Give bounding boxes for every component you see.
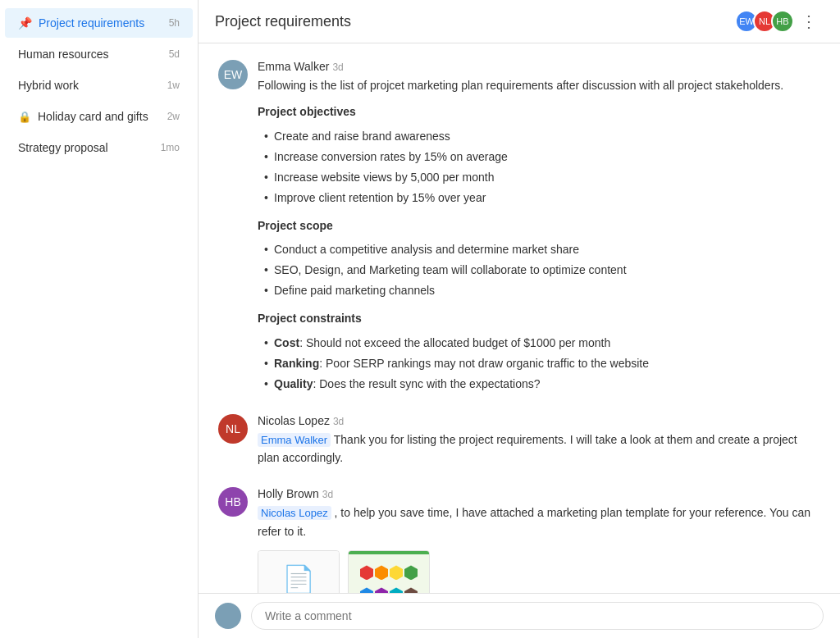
list-item: Improve client retention by 15% over yea… bbox=[264, 188, 820, 208]
sidebar-item-holiday-card[interactable]: 🔒 Holiday card and gifts 2w bbox=[5, 102, 193, 131]
sidebar-item-time: 2w bbox=[167, 111, 180, 122]
avatar-3: HB bbox=[771, 10, 794, 33]
message-time: 3d bbox=[333, 416, 344, 427]
message-text: Emma Walker Thank you for listing the pr… bbox=[258, 431, 820, 467]
hex-1 bbox=[375, 565, 388, 580]
more-options-button[interactable]: ⋮ bbox=[794, 10, 824, 33]
page-title: Project requirements bbox=[215, 13, 740, 30]
message-author: Holly Brown bbox=[258, 487, 319, 500]
header-avatars: EW NL HB bbox=[740, 10, 794, 33]
attachments-row: 📄 Marketing-plan-... Proof this file 2h … bbox=[258, 550, 820, 593]
hex-2 bbox=[390, 565, 403, 580]
hex-5 bbox=[375, 587, 388, 593]
sidebar-item-strategy-proposal[interactable]: Strategy proposal 1mo bbox=[5, 133, 193, 162]
message-avatar: HB bbox=[218, 487, 248, 517]
message-avatar: EW bbox=[218, 60, 248, 89]
sidebar-item-label: Project requirements bbox=[39, 16, 162, 30]
hex-3 bbox=[404, 565, 418, 580]
hex-6 bbox=[390, 587, 403, 593]
comment-bar bbox=[199, 593, 840, 638]
hex-diagram bbox=[356, 559, 422, 593]
list-item: SEO, Design, and Marketing team will col… bbox=[264, 260, 820, 280]
message-paragraph: Nicolas Lopez , to help you save time, I… bbox=[258, 504, 820, 540]
attachment-preview-img: ✓ Proof bbox=[349, 554, 429, 593]
message-msg-3: HB Holly Brown 3d Nicolas Lopez , to hel… bbox=[218, 487, 820, 593]
section-heading: Project constraints bbox=[258, 309, 820, 327]
pdf-icon: 📄 bbox=[282, 558, 315, 593]
messages-content: EW Emma Walker 3d Following is the list … bbox=[199, 43, 840, 593]
sidebar-item-label: Strategy proposal bbox=[18, 141, 154, 154]
section-heading: Project scope bbox=[258, 216, 820, 235]
bullet-list: Create and raise brand awarenessIncrease… bbox=[258, 126, 820, 208]
list-item: Quality: Does the result sync with the e… bbox=[264, 374, 820, 394]
section-heading: Project objectives bbox=[258, 103, 820, 121]
hex-0 bbox=[360, 565, 373, 580]
message-body: Holly Brown 3d Nicolas Lopez , to help y… bbox=[258, 487, 820, 593]
bullet-list: Conduct a competitive analysis and deter… bbox=[258, 239, 820, 301]
message-paragraph: Emma Walker Thank you for listing the pr… bbox=[258, 431, 820, 467]
current-user-avatar bbox=[215, 603, 241, 629]
sidebar-item-label: Holiday card and gifts bbox=[38, 110, 161, 123]
message-header: Holly Brown 3d bbox=[258, 487, 820, 500]
message-body: Emma Walker 3d Following is the list of … bbox=[258, 60, 820, 394]
message-author: Emma Walker bbox=[258, 60, 329, 73]
sidebar: 📌 Project requirements 5h Human resource… bbox=[0, 0, 199, 638]
pin-icon: 📌 bbox=[18, 16, 32, 30]
list-item: Increase conversion rates by 15% on aver… bbox=[264, 147, 820, 167]
list-item: Create and raise brand awareness bbox=[264, 126, 820, 147]
message-time: 3d bbox=[322, 489, 333, 500]
mention-tag: Nicolas Lopez bbox=[258, 506, 331, 520]
message-msg-1: EW Emma Walker 3d Following is the list … bbox=[218, 60, 820, 394]
bullet-list: Cost: Should not exceed the allocated bu… bbox=[258, 333, 820, 394]
list-item: Conduct a competitive analysis and deter… bbox=[264, 239, 820, 260]
main-panel: Project requirements EW NL HB ⋮ EW Emma … bbox=[199, 0, 840, 638]
message-avatar: NL bbox=[218, 414, 248, 444]
sidebar-item-project-requirements[interactable]: 📌 Project requirements 5h bbox=[5, 8, 193, 38]
message-text: Nicolas Lopez , to help you save time, I… bbox=[258, 504, 820, 593]
attachment-card[interactable]: ✓ Proof Marketing-stra-... Proof this fi… bbox=[348, 550, 430, 593]
message-author: Nicolas Lopez bbox=[258, 414, 330, 427]
attachment-preview: 📄 bbox=[258, 551, 339, 593]
sidebar-item-time: 1w bbox=[167, 80, 180, 91]
list-item: Cost: Should not exceed the allocated bu… bbox=[264, 333, 820, 353]
message-header: Nicolas Lopez 3d bbox=[258, 414, 820, 427]
sidebar-item-hybrid-work[interactable]: Hybrid work 1w bbox=[5, 71, 193, 100]
sidebar-item-human-resources[interactable]: Human resources 5d bbox=[5, 39, 193, 69]
message-header: Emma Walker 3d bbox=[258, 60, 820, 73]
sidebar-item-label: Hybrid work bbox=[18, 79, 161, 92]
list-item: Increase website views by 5,000 per mont… bbox=[264, 167, 820, 188]
list-item: Ranking: Poor SERP rankings may not draw… bbox=[264, 353, 820, 374]
attachment-card[interactable]: 📄 Marketing-plan-... Proof this file 2h bbox=[258, 550, 340, 593]
page-header: Project requirements EW NL HB ⋮ bbox=[199, 0, 840, 43]
list-item: Define paid marketing channels bbox=[264, 280, 820, 301]
message-body: Nicolas Lopez 3d Emma Walker Thank you f… bbox=[258, 414, 820, 467]
sidebar-item-time: 5h bbox=[169, 17, 180, 29]
mention-tag: Emma Walker bbox=[258, 433, 331, 447]
hex-4 bbox=[360, 587, 373, 593]
message-time: 3d bbox=[332, 62, 343, 73]
sidebar-item-label: Human resources bbox=[18, 48, 162, 61]
sidebar-item-time: 5d bbox=[169, 48, 180, 60]
sidebar-item-time: 1mo bbox=[161, 142, 180, 153]
message-text: Following is the list of projcet marketi… bbox=[258, 76, 820, 394]
message-intro: Following is the list of projcet marketi… bbox=[258, 76, 820, 94]
message-msg-2: NL Nicolas Lopez 3d Emma Walker Thank yo… bbox=[218, 414, 820, 467]
comment-input[interactable] bbox=[251, 602, 824, 630]
lock-icon: 🔒 bbox=[18, 111, 31, 123]
hex-7 bbox=[404, 587, 418, 593]
